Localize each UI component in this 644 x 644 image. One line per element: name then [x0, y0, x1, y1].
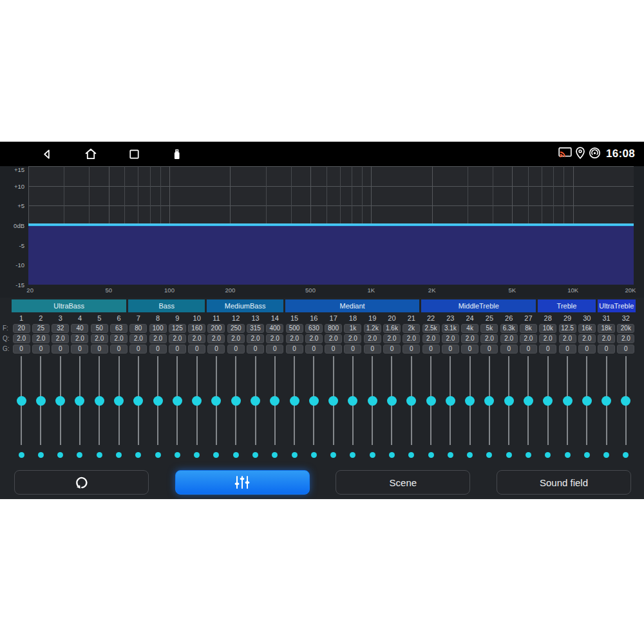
band-dot[interactable] — [213, 452, 219, 458]
gain-slider[interactable] — [285, 354, 304, 447]
slider-handle[interactable] — [484, 396, 494, 406]
slider-handle[interactable] — [309, 396, 319, 406]
gain-slider[interactable] — [12, 354, 31, 447]
slider-handle[interactable] — [133, 396, 143, 406]
slider-handle[interactable] — [192, 396, 202, 406]
slider-handle[interactable] — [465, 396, 475, 406]
band-dot[interactable] — [623, 452, 629, 458]
band-dot[interactable] — [155, 452, 161, 458]
slider-handle[interactable] — [504, 396, 514, 406]
gain-slider[interactable] — [245, 354, 265, 447]
band-dot[interactable] — [526, 452, 531, 458]
slider-handle[interactable] — [173, 396, 182, 406]
band-dot[interactable] — [194, 452, 200, 458]
slider-handle[interactable] — [446, 396, 455, 406]
gain-slider[interactable] — [31, 354, 50, 447]
band-dot[interactable] — [545, 452, 551, 458]
band-dot[interactable] — [448, 452, 453, 458]
gain-slider[interactable] — [51, 354, 70, 447]
scene-button[interactable]: Scene — [336, 470, 470, 495]
band-dot[interactable] — [272, 452, 278, 458]
slider-handle[interactable] — [601, 396, 611, 406]
band-group-ultratreble[interactable]: UltraTreble — [598, 299, 636, 312]
slider-handle[interactable] — [75, 396, 84, 406]
band-dot[interactable] — [370, 452, 375, 458]
gain-slider[interactable] — [382, 354, 401, 447]
gain-slider[interactable] — [558, 354, 577, 447]
recents-icon[interactable] — [127, 147, 142, 162]
slider-handle[interactable] — [270, 396, 279, 406]
gain-slider[interactable] — [129, 354, 148, 447]
gain-slider[interactable] — [109, 354, 128, 447]
slider-handle[interactable] — [543, 396, 553, 406]
gain-slider[interactable] — [304, 354, 323, 447]
band-dot[interactable] — [38, 452, 44, 458]
band-group-treble[interactable]: Treble — [538, 299, 595, 312]
gain-slider[interactable] — [538, 354, 558, 447]
slider-handle[interactable] — [426, 396, 436, 406]
slider-handle[interactable] — [211, 396, 221, 406]
band-dot[interactable] — [135, 452, 141, 458]
gain-slider[interactable] — [577, 354, 596, 447]
band-group-middletreble[interactable]: MiddleTreble — [421, 299, 536, 312]
gain-slider[interactable] — [596, 354, 616, 447]
equalizer-button[interactable] — [175, 470, 310, 495]
band-dot[interactable] — [57, 452, 63, 458]
band-dot[interactable] — [506, 452, 512, 458]
sound-field-button[interactable]: Sound field — [497, 470, 631, 495]
band-dot[interactable] — [565, 452, 571, 458]
back-icon[interactable] — [40, 147, 55, 162]
gain-slider[interactable] — [480, 354, 499, 447]
gain-slider[interactable] — [90, 354, 109, 447]
gain-slider[interactable] — [402, 354, 421, 447]
gain-slider[interactable] — [363, 354, 382, 447]
gain-slider[interactable] — [616, 354, 636, 447]
band-dot[interactable] — [19, 452, 24, 458]
band-dot[interactable] — [428, 452, 434, 458]
band-dot[interactable] — [292, 452, 298, 458]
band-dot[interactable] — [77, 452, 82, 458]
band-dot[interactable] — [486, 452, 492, 458]
band-dot[interactable] — [252, 452, 258, 458]
gain-slider[interactable] — [343, 354, 363, 447]
gain-slider[interactable] — [324, 354, 343, 447]
band-group-ultrabass[interactable]: UltraBass — [12, 299, 126, 312]
gain-slider[interactable] — [167, 354, 187, 447]
gain-slider[interactable] — [460, 354, 479, 447]
slider-handle[interactable] — [348, 396, 357, 406]
slider-handle[interactable] — [114, 396, 124, 406]
reset-button[interactable] — [14, 470, 149, 495]
slider-handle[interactable] — [153, 396, 163, 406]
gain-slider[interactable] — [148, 354, 167, 447]
slider-handle[interactable] — [387, 396, 397, 406]
band-dot[interactable] — [584, 452, 590, 458]
band-dot[interactable] — [408, 452, 414, 458]
slider-handle[interactable] — [251, 396, 260, 406]
slider-handle[interactable] — [231, 396, 241, 406]
band-dot[interactable] — [116, 452, 122, 458]
band-dot[interactable] — [389, 452, 395, 458]
slider-handle[interactable] — [290, 396, 299, 406]
gain-slider[interactable] — [226, 354, 245, 447]
band-dot[interactable] — [467, 452, 473, 458]
band-dot[interactable] — [311, 452, 317, 458]
slider-handle[interactable] — [524, 396, 533, 406]
slider-handle[interactable] — [406, 396, 416, 406]
band-group-mediant[interactable]: Mediant — [285, 299, 419, 312]
band-dot[interactable] — [175, 452, 180, 458]
slider-handle[interactable] — [621, 396, 630, 406]
band-dot[interactable] — [97, 452, 102, 458]
slider-handle[interactable] — [368, 396, 377, 406]
gain-slider[interactable] — [518, 354, 538, 447]
slider-handle[interactable] — [563, 396, 573, 406]
gain-slider[interactable] — [440, 354, 460, 447]
band-dot[interactable] — [350, 452, 355, 458]
gain-slider[interactable] — [421, 354, 440, 447]
band-dot[interactable] — [603, 452, 609, 458]
gain-slider[interactable] — [207, 354, 226, 447]
band-dot[interactable] — [233, 452, 239, 458]
slider-handle[interactable] — [36, 396, 46, 406]
slider-handle[interactable] — [328, 396, 338, 406]
band-group-bass[interactable]: Bass — [128, 299, 205, 312]
slider-handle[interactable] — [55, 396, 65, 406]
